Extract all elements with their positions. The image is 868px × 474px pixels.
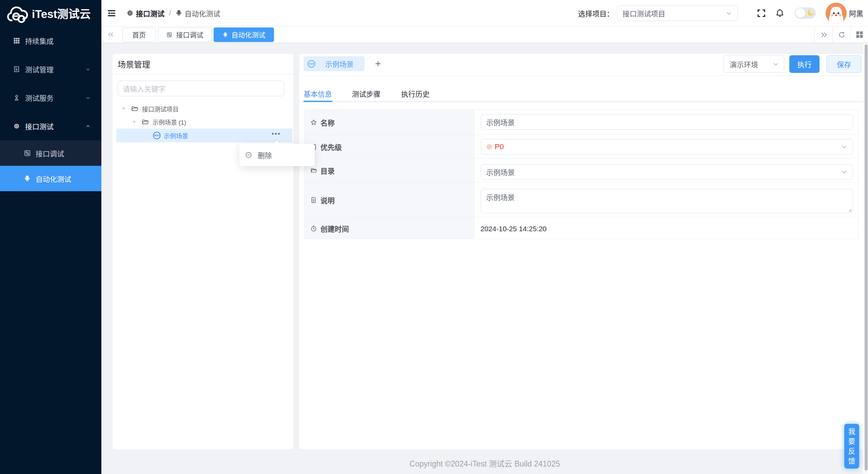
svg-text:TEST: TEST [309, 63, 315, 65]
svg-text:TEST: TEST [154, 134, 160, 137]
